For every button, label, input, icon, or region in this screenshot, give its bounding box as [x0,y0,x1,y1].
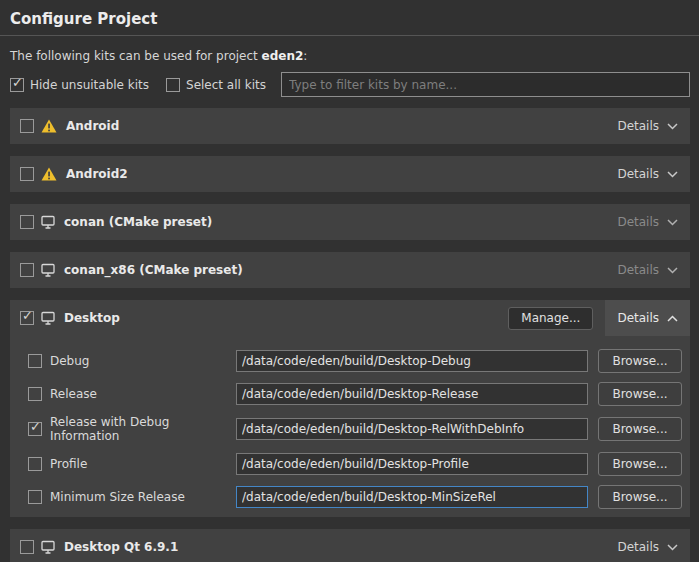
desktop-icon [41,540,55,554]
kit-name: Android [66,119,119,133]
project-name: eden2 [262,49,304,63]
kit-name: conan (CMake preset) [64,215,212,229]
kit-header: conan_x86 (CMake preset) Details [10,252,690,288]
kit-row: Desktop Qt 6.9.1 Details [10,529,690,562]
kit-row: conan_x86 (CMake preset) Details [10,252,690,288]
kit-checkbox[interactable] [20,119,34,133]
kit-row: conan (CMake preset) Details [10,204,690,240]
manage-button[interactable]: Manage... [508,307,593,330]
build-config-row: Debug Browse... [18,349,682,373]
page-title: Configure Project [10,10,689,28]
desktop-icon [41,311,55,325]
kit-list: Android Details Android2 Details [10,108,690,562]
checkbox-icon[interactable] [166,78,180,92]
details-button: Details [605,252,690,288]
details-button: Details [605,204,690,240]
build-dir-input[interactable] [236,486,588,508]
browse-button[interactable]: Browse... [598,417,682,441]
details-button[interactable]: Details [605,529,690,562]
kit-header: Android2 Details [10,156,690,192]
chevron-down-icon [667,267,678,274]
build-config-label: Release with Debug Information [50,415,236,443]
desktop-icon [41,263,55,277]
hide-unsuitable-kits-label: Hide unsuitable kits [30,78,149,92]
kit-checkbox[interactable] [20,311,34,325]
kit-name: Desktop [64,311,120,325]
kit-checkbox[interactable] [20,540,34,554]
intro-prefix: The following kits can be used for proje… [10,49,262,63]
kit-checkbox[interactable] [20,263,34,277]
build-config-label: Minimum Size Release [50,490,185,504]
kit-checkbox[interactable] [20,167,34,181]
build-config-label: Debug [50,354,89,368]
build-config-label-col: Minimum Size Release [18,490,236,504]
kit-name: Android2 [66,167,128,181]
details-label: Details [617,215,659,229]
details-label: Details [617,119,659,133]
kit-row: Desktop Manage... Details Debug Browse..… [10,300,690,517]
warning-icon [41,119,57,133]
build-dir-input[interactable] [236,383,588,405]
build-config-label-col: Release [18,387,236,401]
build-config-label-col: Debug [18,354,236,368]
browse-button[interactable]: Browse... [598,382,682,406]
build-config-label-col: Profile [18,457,236,471]
build-config-checkbox[interactable] [28,387,42,401]
chevron-down-icon [667,171,678,178]
kit-left: Desktop Qt 6.9.1 [10,540,178,554]
kit-left: Android2 [10,167,128,181]
kit-header: conan (CMake preset) Details [10,204,690,240]
build-config-row: Release with Debug Information Browse... [18,415,682,443]
intro-suffix: : [303,49,307,63]
chevron-down-icon [667,123,678,130]
intro-text: The following kits can be used for proje… [10,49,689,63]
details-label: Details [617,167,659,181]
warning-icon [41,167,57,181]
build-dir-input[interactable] [236,350,588,372]
details-label: Details [617,311,659,325]
build-config-label: Release [50,387,97,401]
build-config-label: Profile [50,457,87,471]
kit-name: Desktop Qt 6.9.1 [64,540,178,554]
build-config-list: Debug Browse... Release Browse... Releas… [10,336,690,517]
kit-left: conan_x86 (CMake preset) [10,263,243,277]
build-config-row: Release Browse... [18,382,682,406]
hide-unsuitable-kits-checkbox[interactable]: Hide unsuitable kits [10,78,149,92]
select-all-kits-checkbox[interactable]: Select all kits [166,78,266,92]
chevron-down-icon [667,219,678,226]
kit-checkbox[interactable] [20,215,34,229]
build-config-checkbox[interactable] [28,490,42,504]
chevron-up-icon [667,315,678,322]
kit-left: Android [10,119,119,133]
build-config-row: Minimum Size Release Browse... [18,485,682,509]
details-button[interactable]: Details [605,156,690,192]
select-all-kits-label: Select all kits [186,78,266,92]
kit-header: Desktop Manage... Details [10,300,690,336]
build-config-checkbox[interactable] [28,457,42,471]
chevron-down-icon [667,544,678,551]
browse-button[interactable]: Browse... [598,485,682,509]
build-config-row: Profile Browse... [18,452,682,476]
kit-row: Android2 Details [10,156,690,192]
details-button[interactable]: Details [605,108,690,144]
details-button[interactable]: Details [605,300,690,336]
kit-name: conan_x86 (CMake preset) [64,263,243,277]
desktop-icon [41,215,55,229]
checkbox-icon[interactable] [10,78,24,92]
controls-row: Hide unsuitable kits Select all kits [10,72,690,97]
kit-left: conan (CMake preset) [10,215,212,229]
build-config-label-col: Release with Debug Information [18,415,236,443]
browse-button[interactable]: Browse... [598,452,682,476]
build-dir-input[interactable] [236,418,588,440]
kit-header: Android Details [10,108,690,144]
kit-left: Desktop [10,311,120,325]
page-header: Configure Project [0,0,699,36]
details-label: Details [617,263,659,277]
browse-button[interactable]: Browse... [598,349,682,373]
build-config-checkbox[interactable] [28,354,42,368]
kit-filter-input[interactable] [281,72,690,97]
kit-row: Android Details [10,108,690,144]
build-config-checkbox[interactable] [28,422,42,436]
build-dir-input[interactable] [236,453,588,475]
kit-header: Desktop Qt 6.9.1 Details [10,529,690,562]
